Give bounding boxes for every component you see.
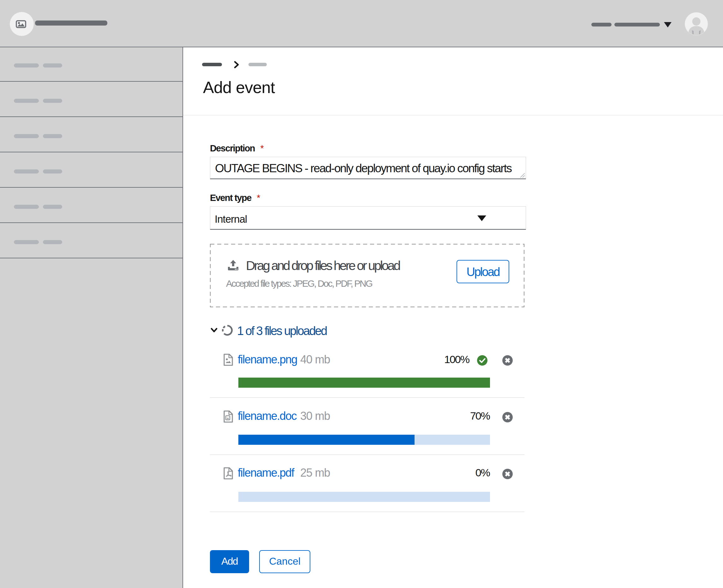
svg-text:w: w [226, 416, 229, 420]
